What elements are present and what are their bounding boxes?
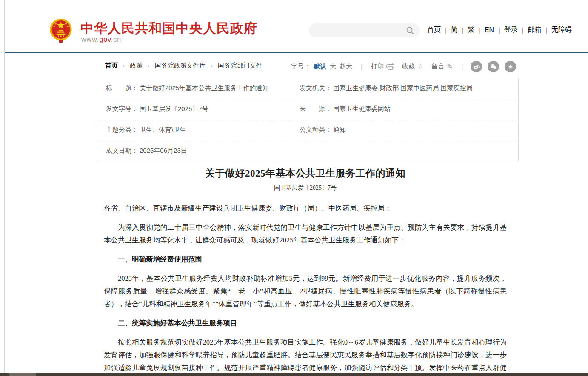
page-left-border [4, 0, 5, 373]
meta-title: 标 题： 关于做好2025年基本公共卫生服务工作的通知 [97, 84, 300, 92]
section-2-heading: 二、统筹实施好基本公共卫生服务项目 [104, 317, 507, 330]
breadcrumb-home[interactable]: 首页 [105, 62, 118, 70]
meta-issue-date: 成文日期： 2025年06月23日 [97, 147, 300, 155]
comment-button[interactable]: 留言 ✎ [431, 63, 453, 71]
document-number: 国卫基层发〔2025〕7号 [104, 184, 507, 192]
intro-paragraph: 为深入贯彻党的二十届三中全会精神，落实新时代党的卫生与健康工作方针中以基层为重点… [104, 221, 507, 247]
nav-home[interactable]: 首页 [426, 26, 442, 34]
meta-subject-category: 主题分类： 卫生、体育\卫生 [97, 126, 300, 134]
nav-mailbox[interactable]: 邮箱 [526, 26, 542, 34]
site-url: www.gov.cn [81, 36, 121, 43]
top-nav: 首页 | 简 | 繁 | EN | 登录 | 邮箱 | 无障碍 [426, 26, 573, 34]
font-size-large[interactable]: 大 [330, 63, 336, 71]
breadcrumb-policy-library[interactable]: 国务院政策文件库 [155, 62, 206, 70]
nav-traditional[interactable]: 繁 [466, 26, 476, 34]
meta-row-number-source: 发文字号： 国卫基层发〔2025〕7号 来 源： 国家卫生健康委网站 [97, 99, 518, 120]
horizontal-scrollbar[interactable] [0, 373, 588, 376]
weibo-share-icon[interactable] [471, 61, 482, 72]
font-size-default[interactable]: 默认 [314, 63, 326, 71]
salutation-paragraph: 各省、自治区、直辖市及新疆生产建设兵团卫生健康委、财政厅（局）、中医药局、疾控局… [104, 202, 507, 215]
breadcrumb: 首页 › 政策 › 国务院政策文件库 › 国务院部门文件 [105, 62, 263, 70]
meta-row-category-type: 主题分类： 卫生、体育\卫生 公文种类： 通知 [97, 120, 518, 141]
section-2-paragraph: 按照相关服务规范切实做好2025年基本公共卫生服务项目实施工作。强化0～6岁儿童… [104, 336, 507, 376]
nav-simplified[interactable]: 简 [450, 26, 459, 34]
search-input[interactable] [316, 27, 406, 34]
page-toolbar: 字号： 默认 大 超大 | 打印 收藏 ☆ 留言 ✎ | ★ [291, 61, 516, 72]
chevron-right-icon: › [143, 63, 154, 69]
wechat-share-icon[interactable] [488, 61, 499, 72]
pencil-icon: ✎ [447, 63, 453, 70]
nav-login[interactable]: 登录 [503, 26, 519, 34]
document-article: 关于做好2025年基本公共卫生服务工作的通知 国卫基层发〔2025〕7号 各省、… [97, 167, 519, 376]
print-button[interactable]: 打印 [371, 63, 394, 71]
qzone-share-icon[interactable]: ★ [505, 61, 516, 72]
site-title: 中华人民共和国中央人民政府 [80, 20, 257, 37]
site-header: 中华人民共和国中央人民政府 www.gov.cn 首页 | 简 | 繁 | EN… [5, 0, 588, 53]
meta-row-title-agency: 标 题： 关于做好2025年基本公共卫生服务工作的通知 发文机关： 国家卫生健康… [97, 78, 518, 99]
search-box[interactable] [309, 23, 420, 37]
section-1-heading: 一、明确新增经费使用范围 [104, 253, 507, 266]
favorite-button[interactable]: 收藏 ☆ [402, 63, 424, 71]
star-icon: ☆ [417, 63, 424, 70]
meta-doc-number: 发文字号： 国卫基层发〔2025〕7号 [97, 105, 300, 113]
share-icons: ★ [471, 61, 516, 72]
document-body: 各省、自治区、直辖市及新疆生产建设兵团卫生健康委、财政厅（局）、中医药局、疾控局… [104, 202, 507, 376]
nav-accessibility[interactable]: 无障碍 [550, 26, 573, 34]
chevron-right-icon: › [206, 63, 218, 69]
meta-document-type: 公文种类： 通知 [300, 126, 518, 134]
qzone-star-icon: ★ [508, 63, 513, 70]
breadcrumb-department-documents[interactable]: 国务院部门文件 [218, 62, 263, 70]
nav-english[interactable]: EN [483, 26, 495, 34]
search-icon[interactable] [406, 26, 414, 35]
section-1-paragraph: 2025年，基本公共卫生服务经费人均财政补助标准增加5元，达到99元。新增经费用… [104, 272, 507, 310]
national-emblem-logo [49, 18, 73, 43]
chevron-right-icon: › [118, 63, 130, 69]
document-title: 关于做好2025年基本公共卫生服务工作的通知 [104, 167, 507, 180]
scrollbar-thumb[interactable] [9, 373, 36, 376]
font-size-xlarge[interactable]: 超大 [340, 63, 352, 71]
breadcrumb-toolbar-row: 首页 › 政策 › 国务院政策文件库 › 国务院部门文件 字号： 默认 大 超大… [0, 60, 588, 71]
meta-issuing-agency: 发文机关： 国家卫生健康委 财政部 国家中医药局 国家疾控局 [300, 84, 518, 92]
meta-source: 来 源： 国家卫生健康委网站 [300, 105, 518, 113]
font-size-label: 字号： [291, 63, 310, 71]
document-meta-table: 标 题： 关于做好2025年基本公共卫生服务工作的通知 发文机关： 国家卫生健康… [97, 78, 519, 161]
meta-row-date: 成文日期： 2025年06月23日 [97, 140, 518, 161]
printer-icon [386, 63, 394, 71]
breadcrumb-policy[interactable]: 政策 [130, 62, 143, 70]
